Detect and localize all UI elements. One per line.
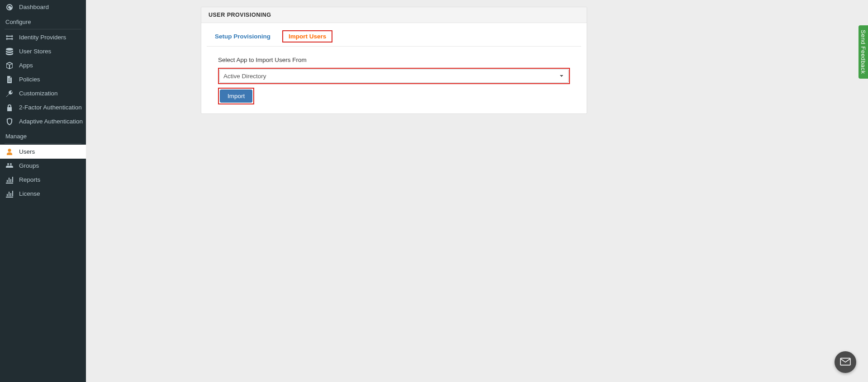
sidebar-item-groups[interactable]: Groups bbox=[0, 159, 86, 173]
cube-icon bbox=[5, 61, 14, 70]
select-highlight-wrap: Active Directory bbox=[218, 68, 570, 84]
sidebar-item-label: Users bbox=[19, 148, 35, 155]
contact-fab[interactable] bbox=[835, 351, 856, 373]
sidebar-item-label: Apps bbox=[19, 62, 33, 69]
sidebar-item-label: License bbox=[19, 190, 40, 197]
sidebar-item-label: Policies bbox=[19, 76, 40, 83]
import-form: Select App to Import Users From Active D… bbox=[207, 57, 581, 104]
document-icon bbox=[5, 75, 14, 84]
chart-icon bbox=[5, 190, 14, 198]
import-button[interactable]: Import bbox=[220, 90, 252, 103]
sidebar-divider bbox=[5, 143, 81, 144]
sidebar-section-configure: Configure bbox=[0, 14, 86, 29]
sidebar-item-customization[interactable]: Customization bbox=[0, 86, 86, 100]
chart-icon bbox=[5, 176, 14, 184]
import-button-highlight-wrap: Import bbox=[218, 88, 254, 104]
tab-setup-provisioning[interactable]: Setup Provisioning bbox=[213, 32, 272, 41]
user-icon bbox=[5, 148, 14, 156]
sidebar-item-label: Adaptive Authentication bbox=[19, 118, 83, 125]
sidebar-item-two-factor[interactable]: 2-Factor Authentication bbox=[0, 100, 86, 114]
users-group-icon bbox=[5, 162, 14, 170]
sidebar-item-dashboard[interactable]: Dashboard bbox=[0, 0, 86, 14]
lock-icon bbox=[5, 104, 14, 112]
panel-title: USER PROVISIONING bbox=[201, 7, 587, 23]
sidebar-item-policies[interactable]: Policies bbox=[0, 72, 86, 86]
sidebar-item-apps[interactable]: Apps bbox=[0, 58, 86, 72]
shield-icon bbox=[5, 118, 14, 126]
sidebar-section-manage: Manage bbox=[0, 128, 86, 143]
sidebar-item-label: Identity Providers bbox=[19, 34, 66, 41]
sidebar-item-label: Reports bbox=[19, 176, 40, 183]
sidebar-item-label: 2-Factor Authentication bbox=[19, 104, 82, 111]
wrench-icon bbox=[5, 90, 14, 98]
sidebar-item-identity-providers[interactable]: Identity Providers bbox=[0, 30, 86, 44]
sidebar-divider bbox=[5, 29, 81, 29]
panel-body: Setup Provisioning Import Users Select A… bbox=[201, 23, 587, 113]
main-content: USER PROVISIONING Setup Provisioning Imp… bbox=[86, 0, 868, 382]
sidebar-item-label: Dashboard bbox=[19, 4, 49, 10]
sidebar-item-label: User Stores bbox=[19, 48, 51, 55]
sidebar-item-users[interactable]: Users bbox=[0, 145, 86, 159]
tab-import-users[interactable]: Import Users bbox=[282, 30, 332, 42]
select-app-label: Select App to Import Users From bbox=[218, 57, 570, 63]
user-provisioning-panel: USER PROVISIONING Setup Provisioning Imp… bbox=[201, 7, 587, 114]
envelope-icon bbox=[840, 356, 851, 369]
sidebar-item-adaptive-auth[interactable]: Adaptive Authentication bbox=[0, 114, 86, 128]
sidebar-item-label: Groups bbox=[19, 162, 39, 169]
sidebar: Dashboard Configure Identity Providers U… bbox=[0, 0, 86, 382]
sidebar-item-label: Customization bbox=[19, 90, 58, 97]
send-feedback-tab[interactable]: Send Feedback bbox=[859, 25, 868, 79]
dashboard-icon bbox=[5, 3, 14, 11]
panel-tabs: Setup Provisioning Import Users bbox=[207, 28, 581, 47]
sidebar-item-license[interactable]: License bbox=[0, 187, 86, 201]
svg-rect-0 bbox=[840, 358, 850, 365]
app-select[interactable]: Active Directory bbox=[219, 69, 569, 83]
sidebar-item-user-stores[interactable]: User Stores bbox=[0, 44, 86, 58]
sidebar-item-reports[interactable]: Reports bbox=[0, 173, 86, 187]
database-icon bbox=[5, 47, 14, 56]
swap-icon bbox=[5, 33, 14, 42]
